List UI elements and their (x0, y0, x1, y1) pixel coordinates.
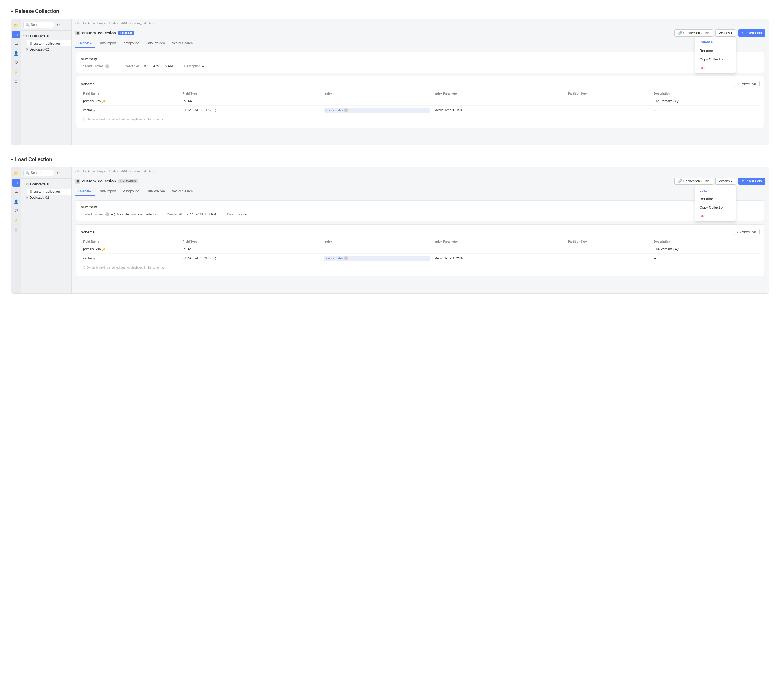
users-icon-btn[interactable]: 👤 (12, 50, 20, 57)
tree-dedicated-01-2[interactable]: ▾ ⚙ Dedicated-01 + (21, 180, 72, 188)
users-icon-btn-2[interactable]: 👤 (12, 198, 20, 205)
add-btn-2[interactable]: + (63, 170, 69, 176)
insert-icon-2: ⊕ (742, 179, 745, 183)
tab-data-preview-1[interactable]: Data Preview (142, 39, 168, 48)
add-btn-1[interactable]: + (63, 22, 69, 28)
main-content-2: zilliz01 › Default Project › Dedicated-0… (72, 167, 769, 293)
menu-copy-collection-1[interactable]: Copy Collection (695, 55, 736, 63)
menu-rename-1[interactable]: Rename (695, 47, 736, 55)
main-content-1: zilliz01 › Default Project › Dedicated-0… (72, 19, 769, 145)
collections-icon-btn[interactable]: ⊞ (12, 31, 20, 38)
menu-load[interactable]: Load (695, 186, 736, 195)
table-row-primary-key-2: primary_key 🔑 INT64 The Primary Key (81, 245, 760, 254)
refresh-btn-2[interactable]: ↻ (55, 170, 62, 176)
tree-custom-collection-2[interactable]: ▦ custom_collection (27, 188, 72, 195)
load-panel: 📁 ⊞ ⇌ 👤 🛡 ⚡ 🖥 🔍 ↻ + ▾ ⚙ Dedicated-01 + (11, 167, 769, 293)
insert-data-btn-1[interactable]: ⊕ Insert Data (738, 29, 765, 37)
tab-data-import-2[interactable]: Data Import (95, 187, 119, 196)
section-title-load: Load Collection (11, 157, 769, 163)
connection-guide-label-2: Connection Guide (683, 179, 710, 183)
loaded-label-2: Loaded Entities (81, 212, 103, 216)
summary-row-1: Loaded Entities i 0 Created At Jun 11, 2… (81, 64, 760, 68)
vector-icon-1: ◈ (93, 109, 95, 112)
add-collection-btn-1[interactable]: + (63, 33, 69, 39)
info-icon-1: i (105, 64, 109, 68)
menu-release[interactable]: Release (695, 38, 736, 47)
connections-icon-btn-2[interactable]: ⇌ (12, 188, 20, 196)
connection-guide-btn-1[interactable]: 🔗 Connection Guide (675, 29, 713, 37)
shield-icon-btn-2[interactable]: 🛡 (12, 207, 20, 215)
terminal-icon-btn-2[interactable]: 🖥 (12, 226, 20, 233)
release-panel: 📁 ⊞ ⇌ 👤 🛡 ⚡ 🖥 🔍 ↻ + ▾ ⚙ Dedicated-01 + (11, 19, 769, 145)
index-param-pk-1 (432, 97, 566, 105)
connection-guide-btn-2[interactable]: 🔗 Connection Guide (675, 178, 713, 185)
sidebar-tree-1: ▾ ⚙ Dedicated-01 + ▦ custom_collection ›… (21, 30, 72, 145)
index-param-vec-1: Metric Type: COSINE (432, 105, 566, 115)
loaded-label-1: Loaded Entities (81, 64, 103, 68)
table-row-primary-key-1: primary_key 🔑 INT64 The Primary Key (81, 97, 760, 105)
col-field-type-1: Field Type (180, 90, 322, 97)
field-name-text-vec-2: vector (83, 257, 92, 260)
menu-drop-1[interactable]: Drop (695, 63, 736, 72)
sidebar-icons: 📁 ⊞ ⇌ 👤 🛡 ⚡ 🖥 (11, 19, 21, 145)
search-input-1[interactable] (31, 23, 52, 27)
cluster-icon: ⚙ (26, 34, 29, 38)
collection-icon-1: ▦ (29, 42, 32, 45)
index-pk-1 (322, 97, 432, 105)
search-box-2[interactable]: 🔍 (23, 170, 54, 176)
menu-drop-2[interactable]: Drop (695, 212, 736, 220)
tree-label-custom-collection-1: custom_collection (33, 42, 60, 45)
view-code-btn-2[interactable]: </> View Code (734, 229, 760, 235)
index-param-vec-2: Metric Type: COSINE (432, 254, 566, 263)
terminal-icon-btn[interactable]: 🖥 (12, 78, 20, 85)
summary-title-2: Summary (81, 205, 760, 209)
search-box-1[interactable]: 🔍 (23, 22, 54, 28)
tree-dedicated-01[interactable]: ▾ ⚙ Dedicated-01 + (21, 32, 72, 40)
menu-copy-collection-2[interactable]: Copy Collection (695, 203, 736, 212)
actions-btn-2[interactable]: Actions ▾ (715, 178, 736, 185)
connections-icon-btn[interactable]: ⇌ (12, 40, 20, 48)
index-badge-text-vec-1: vector_index (326, 108, 343, 112)
schema-table-2: Field Name Field Type Index Index Parame… (81, 238, 760, 263)
menu-rename-2[interactable]: Rename (695, 195, 736, 203)
folder-icon-btn-2[interactable]: 📁 (12, 170, 20, 177)
field-name-text-vec-1: vector (83, 108, 92, 112)
tree-dedicated-02-2[interactable]: › ⚙ Dedicated-02 (21, 195, 72, 201)
insert-data-btn-2[interactable]: ⊕ Insert Data (738, 178, 765, 185)
tabs-1: Overview Data Import Playground Data Pre… (72, 39, 769, 48)
collection-title-bar-2: ▦ custom_collection UNLOADED 🔗 Connectio… (72, 175, 769, 187)
created-label-2: Created At (167, 212, 182, 216)
folder-icon-btn[interactable]: 📁 (12, 22, 20, 29)
tab-data-preview-2[interactable]: Data Preview (142, 187, 168, 196)
dynamic-icon-2: ◎ (83, 265, 86, 269)
index-badge-text-vec-2: vector_index (326, 257, 343, 260)
tab-overview-2[interactable]: Overview (75, 187, 95, 196)
schema-header-2: Schema </> View Code (81, 229, 760, 235)
tab-overview-1[interactable]: Overview (75, 39, 95, 48)
col-field-name-1: Field Name (81, 90, 180, 97)
monitor-icon-btn-2[interactable]: ⚡ (12, 216, 20, 224)
shield-icon-btn[interactable]: 🛡 (12, 59, 20, 67)
dynamic-note-1: ◎ Dynamic field is enabled but not displ… (81, 115, 760, 123)
tab-vector-search-2[interactable]: Vector Search (169, 187, 196, 196)
actions-btn-1[interactable]: Actions ▾ (715, 29, 736, 37)
tree-custom-collection-1[interactable]: ▦ custom_collection (27, 40, 72, 47)
col-index-2: Index (322, 238, 432, 245)
tab-playground-1[interactable]: Playground (119, 39, 143, 48)
chevron-icon: ▾ (23, 35, 25, 37)
tab-vector-search-1[interactable]: Vector Search (169, 39, 196, 48)
tab-playground-2[interactable]: Playground (119, 187, 143, 196)
col-partition-key-1: Partition Key (566, 90, 652, 97)
field-name-vec-2: vector ◈ (83, 257, 178, 260)
refresh-btn-1[interactable]: ↻ (55, 22, 62, 28)
tree-dedicated-02-1[interactable]: › ⚙ Dedicated-02 (21, 47, 72, 52)
monitor-icon-btn[interactable]: ⚡ (12, 68, 20, 76)
created-value-2: Jun 11, 2024 3:02 PM (184, 212, 216, 216)
add-collection-btn-2[interactable]: + (63, 181, 69, 187)
tab-data-import-1[interactable]: Data Import (95, 39, 119, 48)
summary-row-2: Loaded Entities i -- (This collection is… (81, 212, 760, 216)
collections-icon-btn-2[interactable]: ⊞ (12, 179, 20, 187)
description-value-2: -- (245, 212, 247, 216)
search-input-2[interactable] (31, 171, 52, 175)
view-code-btn-1[interactable]: </> View Code (734, 81, 760, 87)
